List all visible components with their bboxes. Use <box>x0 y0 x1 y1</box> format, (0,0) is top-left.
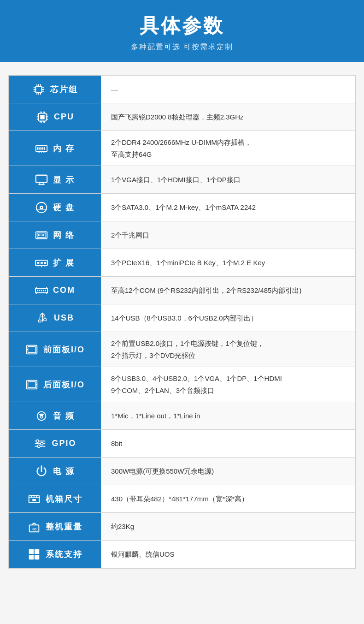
row-audio: 音 频 1*Mic，1*Line out，1*Line in <box>9 402 355 430</box>
svg-rect-75 <box>39 320 41 322</box>
label-os: 系统支持 <box>9 541 101 568</box>
reario-icon <box>25 378 39 392</box>
label-text-os: 系统支持 <box>46 549 82 560</box>
casesize-icon <box>27 492 41 506</box>
label-text-frontio: 前面板I/O <box>43 344 85 355</box>
value-expand: 3个PCIeX16、1个miniPCIe B Key、1个M.2 E Key <box>101 249 355 276</box>
label-expand: 扩 展 <box>9 249 101 276</box>
label-text-display: 显 示 <box>53 174 75 185</box>
svg-rect-107 <box>35 555 39 559</box>
label-text-usb: USB <box>54 313 74 323</box>
value-network: 2个千兆网口 <box>101 221 355 249</box>
value-power: 300W电源(可更换550W冗余电源) <box>101 458 355 485</box>
com-icon <box>35 284 48 297</box>
label-text-cpu: CPU <box>54 112 74 122</box>
svg-rect-46 <box>36 175 47 182</box>
spec-table: 芯片组 — <box>8 75 356 569</box>
gpio-icon <box>33 437 47 451</box>
label-cpu: CPU <box>9 103 101 131</box>
label-network: 网 络 <box>9 221 101 249</box>
row-weight: KG 整机重量 约23Kg <box>9 513 355 541</box>
label-text-chipset: 芯片组 <box>50 84 78 95</box>
svg-rect-1 <box>36 87 41 92</box>
label-text-memory: 内 存 <box>53 143 75 154</box>
chip-icon <box>32 83 46 96</box>
value-memory: 2个DDR4 2400/2666MHz U-DIMM内存插槽， 至高支持64G <box>101 131 355 166</box>
row-memory: 内 存 2个DDR4 2400/2666MHz U-DIMM内存插槽， 至高支持… <box>9 131 355 166</box>
label-usb: USB <box>9 304 101 332</box>
row-disk: 硬 盘 3个SATA3.0、1个M.2 M-key、1个mSATA 2242 <box>9 194 355 221</box>
svg-text:KG: KG <box>31 527 36 531</box>
disk-icon <box>35 201 48 214</box>
row-frontio: 前面板I/O 2个前置USB2.0接口，1个电源按键，1个复位键， 2个指示灯，… <box>9 332 355 367</box>
row-casesize: 机箱尺寸 430（带耳朵482）*481*177mm（宽*深*高） <box>9 485 355 513</box>
label-text-network: 网 络 <box>53 230 75 241</box>
svg-point-70 <box>45 290 46 291</box>
expand-icon <box>35 256 48 270</box>
label-text-power: 电 源 <box>53 466 75 477</box>
os-icon <box>27 547 41 561</box>
svg-point-49 <box>41 207 42 208</box>
label-text-reario: 后面板I/O <box>43 379 85 390</box>
frontio-icon <box>25 343 39 357</box>
svg-rect-33 <box>37 147 39 150</box>
svg-rect-60 <box>41 262 43 264</box>
label-gpio: GPIO <box>9 430 101 457</box>
cpu-icon <box>35 110 49 124</box>
label-text-expand: 扩 展 <box>53 257 75 268</box>
value-display: 1个VGA接口、1个HDMI接口、1个DP接口 <box>101 166 355 193</box>
value-weight: 约23Kg <box>101 513 355 540</box>
svg-rect-85 <box>28 381 36 387</box>
svg-rect-61 <box>44 262 47 264</box>
label-display: 显 示 <box>9 166 101 193</box>
label-casesize: 机箱尺寸 <box>9 485 101 512</box>
value-reario: 8个USB3.0、4个USB2.0、1个VGA、1个DP、1个HDMI 9个CO… <box>101 367 355 402</box>
page-subtitle: 多种配置可选 可按需求定制 <box>9 42 355 52</box>
row-network: 网 络 2个千兆网口 <box>9 221 355 249</box>
svg-rect-105 <box>35 549 39 554</box>
label-disk: 硬 盘 <box>9 194 101 221</box>
label-com: COM <box>9 277 101 304</box>
svg-rect-34 <box>40 147 41 150</box>
row-os: 系统支持 银河麒麟、统信UOS <box>9 541 355 568</box>
value-com: 至高12个COM (9个RS232内部引出，2个RS232/485内部引出) <box>101 277 355 304</box>
memory-icon <box>35 142 48 155</box>
label-weight: KG 整机重量 <box>9 513 101 540</box>
value-audio: 1*Mic，1*Line out，1*Line in <box>101 402 355 429</box>
label-memory: 内 存 <box>9 131 101 166</box>
display-icon <box>35 173 48 187</box>
label-text-audio: 音 频 <box>53 410 75 422</box>
network-icon <box>35 228 48 242</box>
svg-point-68 <box>41 290 42 291</box>
value-os: 银河麒麟、统信UOS <box>101 541 355 568</box>
label-text-disk: 硬 盘 <box>53 202 75 213</box>
svg-point-67 <box>39 290 40 291</box>
svg-rect-59 <box>37 262 40 264</box>
value-gpio: 8bit <box>101 430 355 457</box>
svg-point-89 <box>41 416 42 417</box>
label-text-gpio: GPIO <box>52 439 76 448</box>
value-usb: 14个USB（8个USB3.0，6个USB2.0内部引出） <box>101 304 355 332</box>
usb-icon <box>35 311 49 325</box>
svg-point-95 <box>38 445 41 447</box>
row-com: COM 至高12个COM (9个RS232内部引出，2个RS232/485内部引… <box>9 277 355 304</box>
svg-point-93 <box>36 440 39 442</box>
value-disk: 3个SATA3.0、1个M.2 M-key、1个mSATA 2242 <box>101 194 355 221</box>
label-audio: 音 频 <box>9 402 101 429</box>
row-display: 显 示 1个VGA接口、1个HDMI接口、1个DP接口 <box>9 166 355 194</box>
row-expand: 扩 展 3个PCIeX16、1个miniPCIe B Key、1个M.2 E K… <box>9 249 355 277</box>
svg-rect-82 <box>28 346 36 352</box>
svg-rect-104 <box>29 549 34 554</box>
row-usb: USB 14个USB（8个USB3.0，6个USB2.0内部引出） <box>9 304 355 332</box>
value-frontio: 2个前置USB2.0接口，1个电源按键，1个复位键， 2个指示灯，3个DVD光驱… <box>101 332 355 367</box>
row-chipset: 芯片组 — <box>9 76 355 103</box>
label-text-weight: 整机重量 <box>46 521 82 532</box>
svg-rect-76 <box>44 318 47 321</box>
svg-point-66 <box>37 290 38 291</box>
svg-rect-35 <box>41 147 43 150</box>
page-header: 具体参数 多种配置可选 可按需求定制 <box>0 0 364 62</box>
svg-rect-42 <box>36 175 47 182</box>
svg-point-94 <box>41 442 43 445</box>
row-gpio: GPIO 8bit <box>9 430 355 458</box>
svg-rect-15 <box>40 115 44 119</box>
